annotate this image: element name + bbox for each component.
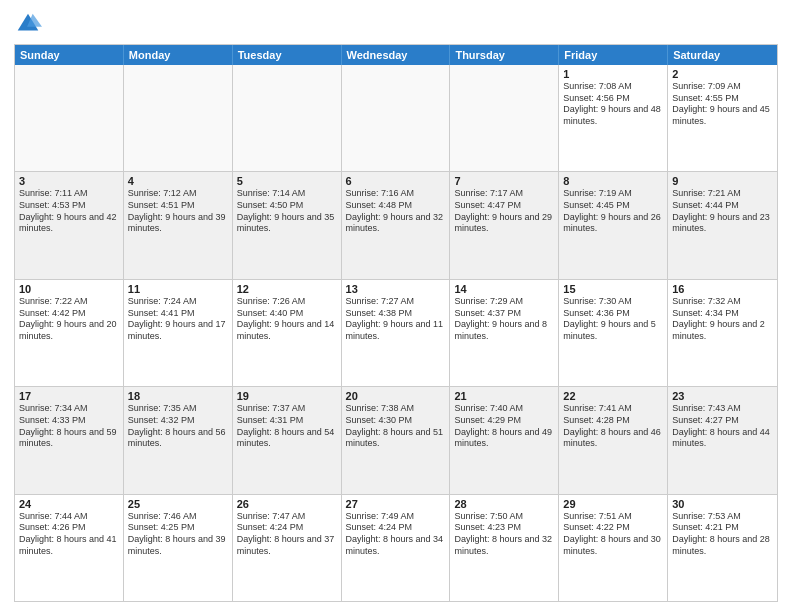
- calendar-cell: 7Sunrise: 7:17 AM Sunset: 4:47 PM Daylig…: [450, 172, 559, 278]
- day-info: Sunrise: 7:53 AM Sunset: 4:21 PM Dayligh…: [672, 511, 773, 558]
- day-info: Sunrise: 7:11 AM Sunset: 4:53 PM Dayligh…: [19, 188, 119, 235]
- calendar-cell: 10Sunrise: 7:22 AM Sunset: 4:42 PM Dayli…: [15, 280, 124, 386]
- calendar-cell: 19Sunrise: 7:37 AM Sunset: 4:31 PM Dayli…: [233, 387, 342, 493]
- calendar-cell: 18Sunrise: 7:35 AM Sunset: 4:32 PM Dayli…: [124, 387, 233, 493]
- day-info: Sunrise: 7:22 AM Sunset: 4:42 PM Dayligh…: [19, 296, 119, 343]
- day-info: Sunrise: 7:49 AM Sunset: 4:24 PM Dayligh…: [346, 511, 446, 558]
- calendar-cell: 30Sunrise: 7:53 AM Sunset: 4:21 PM Dayli…: [668, 495, 777, 601]
- day-info: Sunrise: 7:51 AM Sunset: 4:22 PM Dayligh…: [563, 511, 663, 558]
- calendar-cell: 17Sunrise: 7:34 AM Sunset: 4:33 PM Dayli…: [15, 387, 124, 493]
- calendar-cell: 25Sunrise: 7:46 AM Sunset: 4:25 PM Dayli…: [124, 495, 233, 601]
- calendar-cell: 5Sunrise: 7:14 AM Sunset: 4:50 PM Daylig…: [233, 172, 342, 278]
- calendar-cell: 6Sunrise: 7:16 AM Sunset: 4:48 PM Daylig…: [342, 172, 451, 278]
- calendar-cell: 20Sunrise: 7:38 AM Sunset: 4:30 PM Dayli…: [342, 387, 451, 493]
- day-info: Sunrise: 7:08 AM Sunset: 4:56 PM Dayligh…: [563, 81, 663, 128]
- calendar-cell: 1Sunrise: 7:08 AM Sunset: 4:56 PM Daylig…: [559, 65, 668, 171]
- day-info: Sunrise: 7:27 AM Sunset: 4:38 PM Dayligh…: [346, 296, 446, 343]
- calendar-body: 1Sunrise: 7:08 AM Sunset: 4:56 PM Daylig…: [15, 65, 777, 601]
- day-number: 22: [563, 390, 663, 402]
- calendar-cell: [342, 65, 451, 171]
- day-info: Sunrise: 7:17 AM Sunset: 4:47 PM Dayligh…: [454, 188, 554, 235]
- calendar-cell: 24Sunrise: 7:44 AM Sunset: 4:26 PM Dayli…: [15, 495, 124, 601]
- day-info: Sunrise: 7:24 AM Sunset: 4:41 PM Dayligh…: [128, 296, 228, 343]
- day-info: Sunrise: 7:46 AM Sunset: 4:25 PM Dayligh…: [128, 511, 228, 558]
- day-number: 6: [346, 175, 446, 187]
- calendar-cell: 2Sunrise: 7:09 AM Sunset: 4:55 PM Daylig…: [668, 65, 777, 171]
- calendar-cell: [450, 65, 559, 171]
- calendar-cell: 13Sunrise: 7:27 AM Sunset: 4:38 PM Dayli…: [342, 280, 451, 386]
- day-info: Sunrise: 7:26 AM Sunset: 4:40 PM Dayligh…: [237, 296, 337, 343]
- weekday-header-tuesday: Tuesday: [233, 45, 342, 65]
- weekday-header-monday: Monday: [124, 45, 233, 65]
- day-number: 9: [672, 175, 773, 187]
- calendar-row-1: 3Sunrise: 7:11 AM Sunset: 4:53 PM Daylig…: [15, 171, 777, 278]
- day-number: 2: [672, 68, 773, 80]
- day-number: 24: [19, 498, 119, 510]
- calendar-cell: 22Sunrise: 7:41 AM Sunset: 4:28 PM Dayli…: [559, 387, 668, 493]
- calendar-cell: 23Sunrise: 7:43 AM Sunset: 4:27 PM Dayli…: [668, 387, 777, 493]
- day-info: Sunrise: 7:19 AM Sunset: 4:45 PM Dayligh…: [563, 188, 663, 235]
- weekday-header-thursday: Thursday: [450, 45, 559, 65]
- calendar-cell: 8Sunrise: 7:19 AM Sunset: 4:45 PM Daylig…: [559, 172, 668, 278]
- day-info: Sunrise: 7:38 AM Sunset: 4:30 PM Dayligh…: [346, 403, 446, 450]
- day-number: 20: [346, 390, 446, 402]
- day-info: Sunrise: 7:44 AM Sunset: 4:26 PM Dayligh…: [19, 511, 119, 558]
- weekday-header-friday: Friday: [559, 45, 668, 65]
- day-info: Sunrise: 7:29 AM Sunset: 4:37 PM Dayligh…: [454, 296, 554, 343]
- day-number: 26: [237, 498, 337, 510]
- calendar-cell: 28Sunrise: 7:50 AM Sunset: 4:23 PM Dayli…: [450, 495, 559, 601]
- day-number: 3: [19, 175, 119, 187]
- calendar-cell: 29Sunrise: 7:51 AM Sunset: 4:22 PM Dayli…: [559, 495, 668, 601]
- day-number: 25: [128, 498, 228, 510]
- calendar-cell: 4Sunrise: 7:12 AM Sunset: 4:51 PM Daylig…: [124, 172, 233, 278]
- calendar-cell: 21Sunrise: 7:40 AM Sunset: 4:29 PM Dayli…: [450, 387, 559, 493]
- day-number: 5: [237, 175, 337, 187]
- logo-icon: [14, 10, 42, 38]
- day-number: 19: [237, 390, 337, 402]
- calendar-cell: 12Sunrise: 7:26 AM Sunset: 4:40 PM Dayli…: [233, 280, 342, 386]
- day-info: Sunrise: 7:35 AM Sunset: 4:32 PM Dayligh…: [128, 403, 228, 450]
- calendar-cell: 9Sunrise: 7:21 AM Sunset: 4:44 PM Daylig…: [668, 172, 777, 278]
- day-number: 7: [454, 175, 554, 187]
- calendar-cell: 26Sunrise: 7:47 AM Sunset: 4:24 PM Dayli…: [233, 495, 342, 601]
- day-number: 18: [128, 390, 228, 402]
- day-number: 21: [454, 390, 554, 402]
- calendar-cell: 14Sunrise: 7:29 AM Sunset: 4:37 PM Dayli…: [450, 280, 559, 386]
- day-info: Sunrise: 7:34 AM Sunset: 4:33 PM Dayligh…: [19, 403, 119, 450]
- calendar-header: SundayMondayTuesdayWednesdayThursdayFrid…: [15, 45, 777, 65]
- logo: [14, 10, 46, 38]
- day-info: Sunrise: 7:32 AM Sunset: 4:34 PM Dayligh…: [672, 296, 773, 343]
- day-number: 12: [237, 283, 337, 295]
- day-info: Sunrise: 7:14 AM Sunset: 4:50 PM Dayligh…: [237, 188, 337, 235]
- calendar-row-2: 10Sunrise: 7:22 AM Sunset: 4:42 PM Dayli…: [15, 279, 777, 386]
- day-info: Sunrise: 7:41 AM Sunset: 4:28 PM Dayligh…: [563, 403, 663, 450]
- day-number: 27: [346, 498, 446, 510]
- day-number: 29: [563, 498, 663, 510]
- calendar-cell: [233, 65, 342, 171]
- day-info: Sunrise: 7:09 AM Sunset: 4:55 PM Dayligh…: [672, 81, 773, 128]
- weekday-header-wednesday: Wednesday: [342, 45, 451, 65]
- calendar-cell: 27Sunrise: 7:49 AM Sunset: 4:24 PM Dayli…: [342, 495, 451, 601]
- day-number: 17: [19, 390, 119, 402]
- page: SundayMondayTuesdayWednesdayThursdayFrid…: [0, 0, 792, 612]
- day-number: 10: [19, 283, 119, 295]
- calendar-row-3: 17Sunrise: 7:34 AM Sunset: 4:33 PM Dayli…: [15, 386, 777, 493]
- calendar: SundayMondayTuesdayWednesdayThursdayFrid…: [14, 44, 778, 602]
- day-number: 23: [672, 390, 773, 402]
- calendar-cell: 16Sunrise: 7:32 AM Sunset: 4:34 PM Dayli…: [668, 280, 777, 386]
- day-info: Sunrise: 7:16 AM Sunset: 4:48 PM Dayligh…: [346, 188, 446, 235]
- day-number: 8: [563, 175, 663, 187]
- day-number: 4: [128, 175, 228, 187]
- day-info: Sunrise: 7:40 AM Sunset: 4:29 PM Dayligh…: [454, 403, 554, 450]
- calendar-cell: [124, 65, 233, 171]
- day-info: Sunrise: 7:21 AM Sunset: 4:44 PM Dayligh…: [672, 188, 773, 235]
- calendar-row-4: 24Sunrise: 7:44 AM Sunset: 4:26 PM Dayli…: [15, 494, 777, 601]
- day-info: Sunrise: 7:43 AM Sunset: 4:27 PM Dayligh…: [672, 403, 773, 450]
- day-number: 15: [563, 283, 663, 295]
- calendar-row-0: 1Sunrise: 7:08 AM Sunset: 4:56 PM Daylig…: [15, 65, 777, 171]
- calendar-cell: [15, 65, 124, 171]
- calendar-cell: 15Sunrise: 7:30 AM Sunset: 4:36 PM Dayli…: [559, 280, 668, 386]
- day-info: Sunrise: 7:37 AM Sunset: 4:31 PM Dayligh…: [237, 403, 337, 450]
- calendar-cell: 3Sunrise: 7:11 AM Sunset: 4:53 PM Daylig…: [15, 172, 124, 278]
- day-info: Sunrise: 7:47 AM Sunset: 4:24 PM Dayligh…: [237, 511, 337, 558]
